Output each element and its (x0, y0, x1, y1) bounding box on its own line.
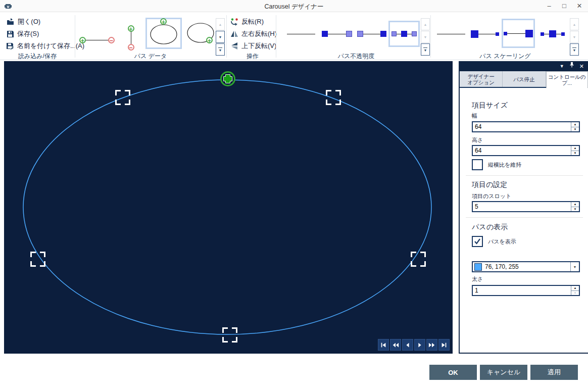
item-settings-section-title: 項目の設定 (472, 180, 507, 189)
path-data-group-label: パス データ (120, 52, 181, 61)
show-path-label: パスを表示 (488, 238, 516, 246)
ok-button[interactable]: OK (429, 365, 477, 380)
flip-horizontal-menu-item[interactable]: 左右反転(H) (230, 28, 277, 39)
show-path-checkbox[interactable] (472, 236, 483, 247)
height-spin-up-button[interactable]: ▲ (571, 146, 579, 151)
save-label: 保存(S) (17, 29, 39, 38)
height-spin-down-button[interactable]: ▼ (571, 151, 579, 156)
apply-button[interactable]: 適用 (530, 365, 578, 380)
panel-menu-button[interactable]: ▼ (560, 61, 564, 71)
save-menu-item[interactable]: 保存(S) (6, 28, 39, 39)
path-data-option-ellipse-bottom[interactable]: + (185, 20, 216, 48)
properties-panel: ▼ ✕ デザイナー オプション パス停止 コントロールのプ... 項目サイズ 幅… (459, 61, 588, 354)
scaling-gallery-dropdown-button[interactable]: ▼ (570, 43, 579, 56)
opacity-option-fade-in-out-selected[interactable] (388, 21, 420, 47)
item-slot-marker-5[interactable] (222, 327, 237, 343)
color-dropdown-button[interactable]: ▼ (570, 262, 579, 271)
path-color-value: 76, 170, 255 (485, 263, 570, 270)
group-divider (226, 15, 227, 58)
up-arrow-icon: ▲ (573, 23, 576, 26)
section-divider (466, 217, 583, 218)
forward-button[interactable] (426, 339, 437, 351)
opacity-gallery-dropdown-button[interactable]: ▼ (421, 43, 430, 56)
keep-aspect-label: 縦横比を維持 (488, 161, 521, 169)
scaling-scroll-down-button[interactable]: ▼ (570, 31, 579, 43)
height-input[interactable] (473, 146, 571, 155)
panel-tabs: デザイナー オプション パス停止 コントロールのプ... (460, 71, 588, 88)
down-arrow-icon: ▼ (219, 35, 222, 39)
add-point-icon: + (79, 37, 86, 43)
item-slot-marker-4[interactable] (411, 252, 426, 267)
height-field: ▲ ▼ (472, 145, 580, 156)
opacity-option-none[interactable] (285, 24, 317, 44)
window-title: Carousel デザイナー (0, 3, 588, 11)
thickness-input[interactable] (473, 286, 571, 295)
open-icon (6, 18, 15, 26)
scaling-option-grow-shrink[interactable] (536, 21, 569, 47)
pin-icon[interactable] (569, 61, 574, 71)
flip-vertical-menu-item[interactable]: 上下反転(V) (230, 40, 276, 52)
last-slot-button[interactable] (438, 339, 450, 351)
first-slot-button[interactable] (378, 339, 389, 351)
item-slot-marker-3[interactable] (30, 252, 45, 267)
thickness-spin-up-button[interactable]: ▲ (571, 286, 579, 291)
panel-close-button[interactable]: ✕ (579, 61, 584, 71)
close-button[interactable]: ✕ (573, 1, 586, 11)
opacity-option-fade-in[interactable] (356, 24, 387, 44)
path-data-scroll-up-button[interactable]: ▲ (216, 18, 225, 30)
invert-menu-item[interactable]: 反転(R) (230, 16, 264, 27)
opacity-option-fade-out[interactable] (320, 24, 354, 44)
slots-spin-down-button[interactable]: ▼ (571, 207, 579, 212)
item-slot-marker-2[interactable] (326, 90, 341, 105)
slots-input[interactable] (473, 202, 571, 211)
minimize-button[interactable]: – (543, 1, 556, 11)
scaling-scroll-up-button[interactable]: ▲ (570, 18, 579, 30)
width-input[interactable] (473, 122, 571, 131)
next-slot-button[interactable] (414, 339, 425, 351)
previous-slot-button[interactable] (402, 339, 413, 351)
add-point-icon: + (206, 37, 213, 43)
width-spin-down-button[interactable]: ▼ (571, 127, 579, 132)
cancel-button[interactable]: キャンセル (480, 365, 527, 380)
opacity-scroll-down-button[interactable]: ▼ (421, 31, 430, 43)
height-label: 高さ (472, 136, 483, 144)
save-as-menu-item[interactable]: 名前を付けて保存...(A) (6, 40, 84, 52)
scaling-option-none[interactable] (435, 24, 467, 44)
save-icon (6, 30, 14, 38)
rewind-button[interactable] (390, 339, 401, 351)
slot-navigator (378, 339, 450, 351)
open-label: 開く(O) (18, 17, 40, 26)
thickness-label: 太さ (472, 275, 483, 283)
down-arrow-icon: ▼ (573, 35, 576, 39)
scaling-option-shrink[interactable] (469, 21, 501, 47)
tab-control-properties[interactable]: コントロールのプ... (546, 71, 588, 88)
path-data-option-ellipse-top-selected[interactable]: + (145, 18, 182, 49)
invert-icon (230, 18, 238, 26)
slots-spin-up-button[interactable]: ▲ (571, 202, 579, 207)
previous-icon (404, 342, 411, 349)
path-color-combobox[interactable]: 76, 170, 255 ▼ (472, 261, 580, 272)
tab-designer-options[interactable]: デザイナー オプション (460, 71, 503, 87)
keep-aspect-checkbox[interactable] (472, 159, 483, 170)
panel-header: ▼ ✕ (460, 61, 588, 71)
item-slot-marker-1[interactable] (115, 90, 130, 105)
path-data-scroll-down-button[interactable]: ▼ (216, 31, 225, 43)
skip-first-icon (380, 342, 387, 349)
maximize-button[interactable]: □ (558, 1, 571, 11)
design-canvas[interactable] (4, 61, 453, 354)
path-start-point-handle[interactable] (219, 70, 236, 89)
group-divider (276, 15, 276, 58)
add-point-icon: + (160, 18, 167, 25)
path-data-gallery-dropdown-button[interactable]: ▼ (216, 43, 225, 56)
group-divider (75, 15, 75, 58)
width-spin-up-button[interactable]: ▲ (571, 122, 579, 127)
title-bar: Carousel デザイナー – □ ✕ (0, 0, 588, 12)
slots-field: ▲ ▼ (472, 201, 580, 212)
scaling-option-grow-selected[interactable] (502, 19, 535, 48)
tab-path-stops[interactable]: パス停止 (503, 71, 546, 87)
opacity-scroll-up-button[interactable]: ▲ (421, 18, 430, 30)
thickness-spin-down-button[interactable]: ▼ (571, 291, 579, 296)
keep-aspect-row: 縦横比を維持 (472, 159, 521, 170)
open-menu-item[interactable]: 開く(O) (6, 16, 40, 27)
path-data-option-line-horizontal[interactable]: +− (78, 27, 116, 53)
